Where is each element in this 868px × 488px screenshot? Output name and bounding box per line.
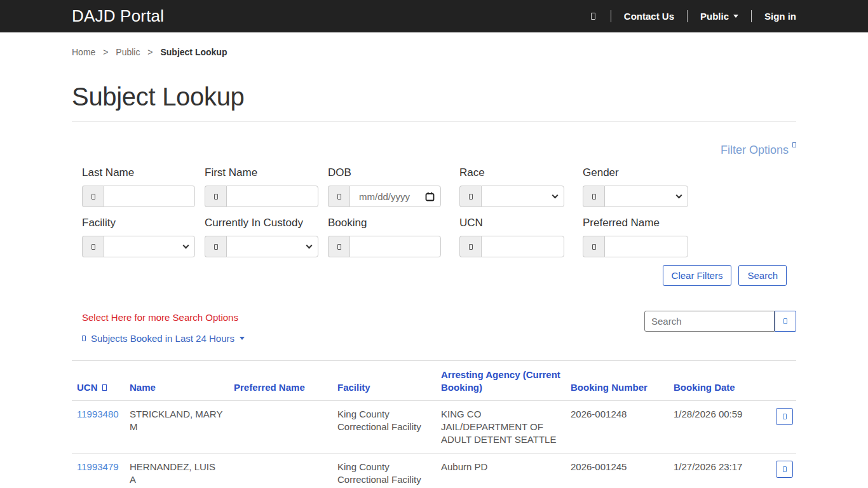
row-action-button[interactable] (776, 408, 793, 425)
col-header-name[interactable]: Name (125, 361, 229, 401)
filter-options-link[interactable]: Filter Options (721, 144, 796, 156)
breadcrumb-public[interactable]: Public (116, 47, 140, 57)
booking-number-cell: 2026-001245 (566, 454, 668, 488)
ucn-header-label: UCN (77, 381, 98, 394)
col-header-booking-number[interactable]: Booking Number (566, 361, 668, 401)
ucn-label: UCN (459, 217, 564, 229)
calendar-icon[interactable] (425, 192, 435, 201)
name-cell: HERNANDEZ, LUIS A (125, 454, 229, 488)
first-name-label: First Name (205, 166, 318, 179)
table-search-input[interactable] (644, 311, 775, 332)
placeholder-glyph-icon (82, 336, 86, 341)
navbar-divider (687, 10, 688, 22)
field-booking: Booking (328, 217, 441, 257)
table-row: 11993479 HERNANDEZ, LUIS A King County C… (72, 454, 796, 488)
placeholder-glyph-icon (783, 414, 787, 419)
table-search-button[interactable] (775, 311, 796, 332)
booking-date-cell: 1/27/2026 23:17 (668, 454, 771, 488)
placeholder-glyph-icon (783, 466, 787, 472)
sort-icon[interactable] (102, 384, 107, 391)
placeholder-glyph-icon (592, 244, 596, 250)
breadcrumb: Home > Public > Subject Lookup (72, 32, 796, 57)
field-first-name: First Name (205, 166, 318, 207)
nav-contact-us[interactable]: Contact Us (624, 11, 674, 22)
placeholder-glyph-icon (469, 194, 473, 200)
ucn-input[interactable] (481, 236, 564, 257)
currently-in-custody-label: Currently In Custody (205, 217, 318, 229)
page-title: Subject Lookup (72, 83, 796, 111)
subjects-table: UCN Name Preferred Name Facility Arresti… (72, 360, 796, 488)
navbar-right: Contact Us Public Sign in (588, 10, 796, 22)
table-search (644, 311, 796, 332)
col-header-booking-date[interactable]: Booking Date (668, 361, 771, 401)
row-action-button[interactable] (776, 461, 793, 478)
navbar-divider (751, 10, 752, 22)
left-links: Select Here for more Search Options Subj… (82, 312, 245, 344)
field-addon-icon (328, 186, 349, 207)
more-search-options-link[interactable]: Select Here for more Search Options (82, 312, 245, 323)
last-name-label: Last Name (82, 166, 195, 179)
nav-sign-in[interactable]: Sign in (764, 11, 796, 22)
field-facility: Facility (82, 217, 195, 257)
col-header-facility[interactable]: Facility (332, 361, 436, 401)
col-header-arresting-agency[interactable]: Arresting Agency (Current Booking) (436, 361, 566, 401)
field-gender: Gender (583, 166, 688, 207)
caret-down-icon (733, 15, 738, 18)
navbar-search-icon[interactable] (588, 13, 598, 20)
facility-cell: King County Correctional Facility (332, 454, 436, 488)
last-name-input[interactable] (104, 186, 195, 207)
placeholder-glyph-icon (783, 318, 787, 324)
currently-in-custody-select[interactable] (226, 236, 318, 257)
ucn-link[interactable]: 11993479 (77, 461, 119, 472)
field-addon-icon (328, 236, 349, 257)
col-header-ucn[interactable]: UCN (72, 361, 125, 401)
field-ucn: UCN (459, 217, 564, 257)
placeholder-glyph-icon (592, 194, 596, 200)
filter-options-label: Filter Options (721, 144, 789, 156)
placeholder-glyph-icon (337, 244, 341, 250)
nav-public-menu[interactable]: Public (700, 11, 738, 22)
arresting-agency-cell: Auburn PD (436, 454, 566, 488)
gender-select[interactable] (604, 186, 688, 207)
field-last-name: Last Name (82, 166, 195, 207)
booking-input[interactable] (349, 236, 441, 257)
field-addon-icon (459, 186, 481, 207)
filter-row-1: Last Name First Name DOB mm/dd/yyyy (72, 166, 796, 207)
top-navbar: DAJD Portal Contact Us Public Sign in (0, 0, 868, 32)
dob-placeholder: mm/dd/yyyy (359, 191, 425, 202)
placeholder-glyph-icon (337, 194, 341, 200)
filter-row-2: Facility Currently In Custody Booking (72, 217, 796, 257)
placeholder-glyph-icon (469, 244, 473, 250)
subjects-booked-24h-link[interactable]: Subjects Booked in Last 24 Hours (82, 333, 245, 344)
dob-input[interactable]: mm/dd/yyyy (349, 186, 441, 207)
table-header-row: UCN Name Preferred Name Facility Arresti… (72, 361, 796, 401)
field-currently-in-custody: Currently In Custody (205, 217, 318, 257)
field-addon-icon (583, 186, 604, 207)
field-addon-icon (82, 236, 104, 257)
first-name-input[interactable] (226, 186, 318, 207)
search-button[interactable]: Search (738, 265, 787, 286)
filter-actions: Clear Filters Search (72, 265, 796, 286)
ucn-link[interactable]: 11993480 (77, 409, 119, 419)
breadcrumb-home[interactable]: Home (72, 47, 95, 57)
breadcrumb-separator: > (103, 47, 108, 57)
field-addon-icon (583, 236, 604, 257)
field-preferred-name: Preferred Name (583, 217, 688, 257)
preferred-name-cell (229, 401, 332, 454)
nav-public-label: Public (700, 11, 729, 22)
col-header-preferred-name[interactable]: Preferred Name (229, 361, 332, 401)
preferred-name-label: Preferred Name (583, 217, 688, 229)
name-cell: STRICKLAND, MARY M (125, 401, 229, 454)
brand-link[interactable]: DAJD Portal (72, 6, 164, 26)
field-addon-icon (459, 236, 481, 257)
clear-filters-button[interactable]: Clear Filters (663, 265, 732, 286)
arresting-agency-cell: KING CO JAIL/DEPARTMENT OF ADULT DETENT … (436, 401, 566, 454)
title-divider (72, 121, 796, 122)
dob-label: DOB (328, 166, 441, 179)
placeholder-glyph-icon (214, 194, 218, 200)
race-select[interactable] (481, 186, 564, 207)
placeholder-glyph-icon (92, 244, 95, 250)
facility-select[interactable] (104, 236, 195, 257)
preferred-name-input[interactable] (604, 236, 688, 257)
subjects-booked-24h-label: Subjects Booked in Last 24 Hours (91, 333, 234, 344)
